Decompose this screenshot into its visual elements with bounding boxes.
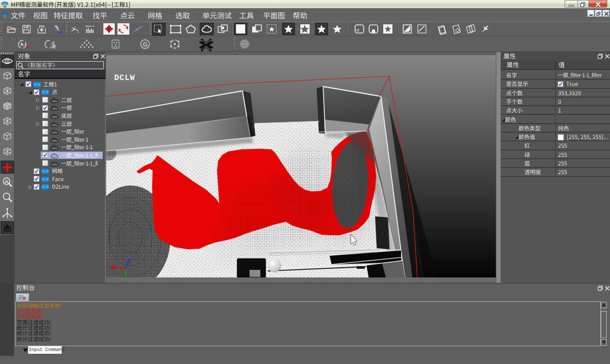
svg-text:G: G xyxy=(143,41,148,48)
svg-text:DCLW: DCLW xyxy=(114,74,135,82)
svg-text:Z: Z xyxy=(127,259,130,264)
